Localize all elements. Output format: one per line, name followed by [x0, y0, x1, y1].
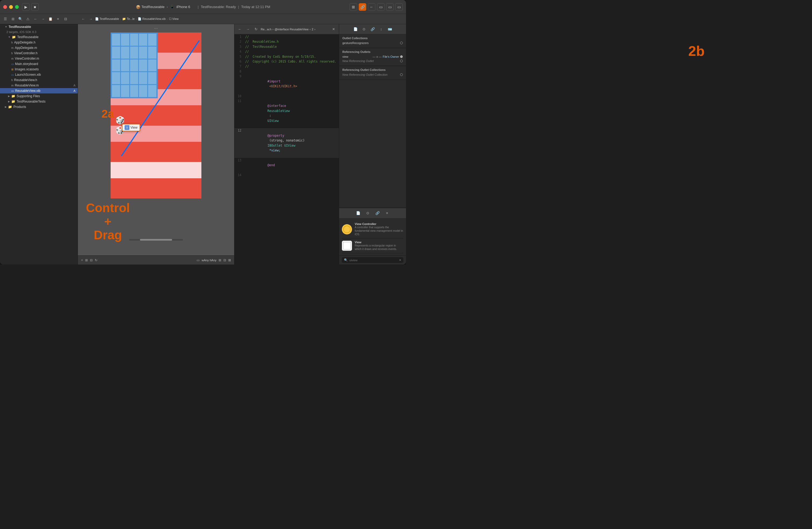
sidebar-group-main[interactable]: ▼ 📁 TestReuseable	[0, 34, 77, 40]
ib-btn-2[interactable]: ⊟	[90, 258, 93, 262]
sidebar-item-images[interactable]: ⊞ Images.xcassets	[0, 67, 77, 72]
code-line-14: 14	[234, 173, 339, 177]
code-back[interactable]: ←	[236, 26, 243, 32]
back-btn[interactable]: ←	[368, 3, 375, 11]
add-btn[interactable]: +	[81, 258, 83, 262]
insp-identity-btn[interactable]: 🪪	[387, 26, 393, 32]
sidebar-item-reusableview-h[interactable]: h ReusableView.h	[0, 77, 77, 83]
outlet-dot-view-filled[interactable]	[400, 55, 403, 58]
sidebar-supporting-files[interactable]: ▶ 📁 Supporting Files	[0, 94, 77, 99]
sidebar-item-launchscreen[interactable]: ▭ LaunchScreen.xib	[0, 72, 77, 77]
sidebar-item-reusableview-xib[interactable]: ▭ ReusableView.xib A	[0, 88, 77, 94]
outlet-arrow: — x —	[373, 55, 382, 58]
sidebar-tests[interactable]: ▶ 📁 TestReuseableTests	[0, 99, 77, 104]
lib-tab-file[interactable]: 📄	[355, 210, 361, 216]
file-icon: h	[11, 79, 13, 82]
sidebar-item-main-storyboard[interactable]: ▭ Main.storyboard	[0, 61, 77, 67]
code-fwd[interactable]: →	[245, 26, 251, 32]
search-btn[interactable]: 🔍	[17, 16, 24, 22]
sidebar-item-appdelegate-h[interactable]: h AppDelegate.h	[0, 40, 77, 45]
compare-btn[interactable]: ⊟	[62, 16, 69, 22]
nav-btn-1[interactable]: ⊞	[10, 16, 16, 22]
cb-3[interactable]: 2	[312, 28, 313, 31]
control-drag-label: Control + Drag	[86, 201, 130, 242]
badge-a: A	[74, 84, 75, 87]
editor-layout-btn[interactable]: ⊞	[350, 3, 357, 11]
device-preview: 🎲 🎲 V View	[110, 32, 202, 199]
outlet-dot-new[interactable]	[400, 60, 403, 62]
version-editor-btn[interactable]: ▭	[395, 3, 403, 11]
nav-fwd[interactable]: →	[40, 16, 46, 22]
ib-fwd[interactable]: →	[88, 16, 94, 22]
sidebar-root-label: TestReuseable	[9, 25, 31, 29]
time-text: Today at 12:11 PM	[241, 5, 270, 9]
clear-search-icon[interactable]: ✕	[399, 259, 401, 261]
code-line-12: 12 @property (strong, nonatomic) IBOutle…	[234, 128, 339, 158]
standard-editor-btn[interactable]: ▭	[377, 3, 385, 11]
titlebar-right: ⊞ 🔗 ← ▭ ▭ ▭	[350, 3, 403, 11]
ib-btn-3[interactable]: ↻	[95, 258, 98, 262]
list-btn[interactable]: ≡	[55, 16, 61, 22]
lib-tab-object[interactable]: ⊙	[365, 210, 371, 216]
close-editor[interactable]: ✕	[330, 26, 337, 32]
ib-btn-1[interactable]: ⊞	[85, 258, 88, 262]
sidebar-root[interactable]: ▼ TestReuseable	[0, 24, 77, 30]
screen-btn-1[interactable]: ⊞	[219, 258, 221, 262]
cb-1[interactable]: Re...w.h	[261, 28, 272, 31]
view-tooltip[interactable]: V View	[122, 124, 140, 131]
breadcrumb-2[interactable]: 📁 Te...le	[122, 17, 134, 21]
library-search-input[interactable]	[349, 259, 397, 262]
cb-2[interactable]: @interface ReusableView	[274, 28, 308, 31]
sidebar-item-reusableview-m[interactable]: m ReusableView.m A	[0, 83, 77, 88]
new-collection-label[interactable]: New Referencing Outlet Collection	[342, 73, 388, 76]
run-button[interactable]: ▶	[22, 3, 30, 11]
code-content[interactable]: 1 // 2 // ReusableView.h 3 // TestReusea…	[234, 34, 339, 264]
lib-item-view[interactable]: View Represents a rectangular region in …	[342, 239, 403, 253]
sidebar-toggle[interactable]: ☰	[2, 16, 9, 22]
screen-btn-2[interactable]: ⊟	[223, 258, 226, 262]
lib-tab-snippet[interactable]: ≡	[384, 210, 390, 216]
breadcrumb-4[interactable]: ☐ View	[169, 17, 179, 21]
lib-item-vc[interactable]: View Controller A controller that suppor…	[342, 220, 403, 239]
warning-btn[interactable]: ⚠	[25, 16, 31, 22]
files-owner-label[interactable]: File's Owner	[383, 55, 399, 58]
ib-back[interactable]: ←	[80, 16, 86, 22]
file-icon-m: m	[11, 57, 13, 60]
code-line-10: 10	[234, 94, 339, 99]
minimize-button[interactable]	[9, 5, 13, 9]
close-button[interactable]	[3, 5, 7, 9]
sidebar-item-viewcontroller-h[interactable]: h ViewController.h	[0, 51, 77, 56]
connections-btn[interactable]: 🔗	[359, 3, 366, 11]
code-refresh[interactable]: ↻	[253, 26, 259, 32]
screen-btn-3[interactable]: ⊠	[228, 258, 231, 262]
breadcrumb-3[interactable]: 📄 ReusableView.xib	[138, 17, 166, 21]
section-title-outlets: Outlet Collections	[342, 37, 403, 40]
cube-icon-1: 🎲	[115, 116, 125, 125]
folder-icon-products: 📁	[8, 105, 12, 109]
breadcrumb-1[interactable]: 📄 TestReuseable	[95, 17, 119, 21]
code-toolbar: ← → ↻ Re...w.h › @interface ReusableView…	[234, 24, 339, 34]
maximize-button[interactable]	[15, 5, 19, 9]
ib-canvas[interactable]: •••	[78, 24, 234, 255]
xib-icon-reusable: ▭	[11, 89, 14, 92]
file-navigator: ▼ TestReuseable 2 targets, iOS SDK 8.3 ▼…	[0, 24, 78, 264]
disclosure-products: ▶	[5, 105, 7, 108]
outlet-dot-new-collection[interactable]	[400, 73, 403, 76]
insp-size-btn[interactable]: ↕	[378, 26, 385, 32]
sidebar-item-label: ViewController.m	[15, 57, 39, 60]
outlet-dot-gesture[interactable]	[400, 42, 403, 44]
sidebar-item-appdelegate-m[interactable]: m AppDelegate.m	[0, 45, 77, 51]
sidebar-item-viewcontroller-m[interactable]: m ViewController.m	[0, 56, 77, 61]
lib-tab-media[interactable]: 🔗	[374, 210, 381, 216]
ib-scrollbar[interactable]	[129, 239, 183, 241]
assistant-editor-btn[interactable]: ▭	[386, 3, 394, 11]
insp-connections-btn[interactable]: 🔗	[369, 26, 376, 32]
insp-quick-btn[interactable]: ⊙	[361, 26, 367, 32]
nav-back[interactable]: ←	[32, 16, 39, 22]
stop-button[interactable]: ■	[31, 3, 39, 11]
hierarchical-btn[interactable]: 📋	[47, 16, 54, 22]
sidebar-products[interactable]: ▶ 📁 Products	[0, 104, 77, 110]
new-outlet-label[interactable]: New Referencing Outlet	[342, 59, 374, 62]
insp-file-btn[interactable]: 📄	[352, 26, 359, 32]
section-title-ref-collections: Referencing Outlet Collections	[342, 68, 403, 71]
